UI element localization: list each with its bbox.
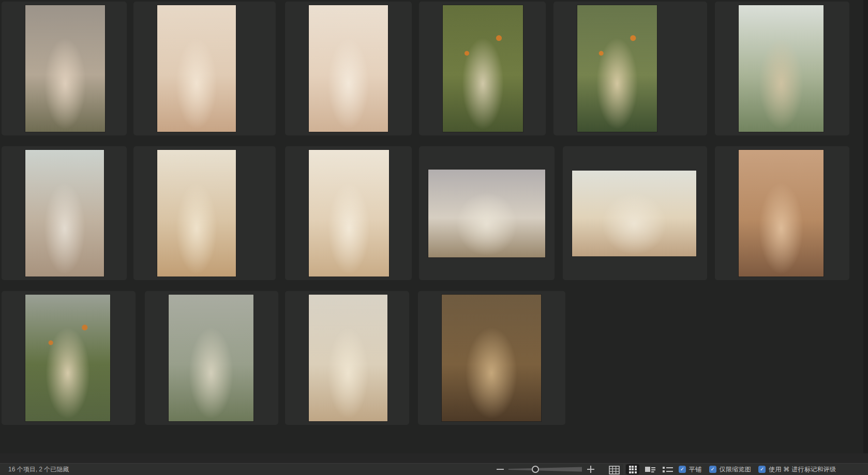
thumbnail-zoom-controls <box>497 464 594 475</box>
photo-cell[interactable] <box>563 146 707 280</box>
item-count-text: 16 个项目, 2 个已隐藏 <box>8 464 69 475</box>
checkbox-3[interactable]: ✓ <box>758 466 766 473</box>
photo-thumbnail[interactable] <box>577 5 657 132</box>
slider-knob[interactable] <box>532 466 539 473</box>
option-checkbox-group: ✓仅限缩览图 <box>709 465 752 474</box>
view-mode-gallery-button[interactable] <box>643 464 657 474</box>
option-checkbox-group: ✓使用 ⌘ 进行标记和评级 <box>758 465 836 474</box>
photo-cell[interactable] <box>553 2 707 135</box>
gallery-view-icon <box>645 465 656 473</box>
photo-cell[interactable] <box>285 2 412 135</box>
view-mode-buttons <box>626 464 675 475</box>
zoom-out-icon[interactable] <box>497 469 504 470</box>
checkbox-1[interactable]: ✓ <box>679 466 686 473</box>
photo-cell[interactable] <box>715 2 849 135</box>
zoom-in-icon[interactable] <box>587 466 594 473</box>
photo-cell[interactable] <box>2 2 127 135</box>
checkbox-label: 使用 ⌘ 进行标记和评级 <box>769 465 836 474</box>
photo-cell[interactable] <box>133 146 276 280</box>
photo-cell[interactable] <box>133 2 276 135</box>
photo-thumbnail[interactable] <box>309 5 388 132</box>
photo-cell[interactable] <box>285 146 412 280</box>
photo-thumbnail[interactable] <box>309 295 387 421</box>
photo-cell[interactable] <box>2 291 136 425</box>
photo-thumbnail[interactable] <box>739 150 824 277</box>
slider-track[interactable] <box>508 465 582 474</box>
photo-thumbnail[interactable] <box>443 5 523 132</box>
grid-outline-icon <box>609 466 620 474</box>
grid-view-icon <box>629 466 637 473</box>
checkbox-label: 平铺 <box>689 465 702 474</box>
photo-thumbnail[interactable] <box>442 295 541 421</box>
photo-thumbnail[interactable] <box>25 150 104 277</box>
statusbar-top-band <box>0 453 868 463</box>
photo-cell[interactable] <box>419 2 546 135</box>
scroll-gutter <box>863 0 868 453</box>
grid-overview-button[interactable] <box>608 464 620 475</box>
photo-thumbnail[interactable] <box>169 295 253 421</box>
option-checkbox-group: ✓平铺 <box>679 465 702 474</box>
thumbnail-grid <box>0 0 868 453</box>
photo-cell[interactable] <box>418 291 565 425</box>
list-view-icon <box>662 465 674 473</box>
photo-cell[interactable] <box>145 291 278 425</box>
photo-cell[interactable] <box>419 146 555 280</box>
photo-thumbnail[interactable] <box>572 171 696 256</box>
photo-thumbnail[interactable] <box>25 5 105 132</box>
photo-thumbnail[interactable] <box>157 5 236 132</box>
view-mode-list-button[interactable] <box>661 464 675 474</box>
toolbar-separator <box>624 464 624 474</box>
statusbar-options: ✓平铺✓仅限缩览图✓使用 ⌘ 进行标记和评级 <box>679 464 836 475</box>
photo-thumbnail[interactable] <box>25 295 110 421</box>
photo-thumbnail[interactable] <box>309 150 389 277</box>
thumbnail-size-slider[interactable] <box>508 465 582 474</box>
checkbox-label: 仅限缩览图 <box>720 465 752 474</box>
photo-cell[interactable] <box>715 146 849 280</box>
photo-thumbnail[interactable] <box>157 150 236 277</box>
photo-cell[interactable] <box>285 291 409 425</box>
photo-cell[interactable] <box>2 146 127 280</box>
photo-thumbnail[interactable] <box>739 5 824 132</box>
photo-thumbnail[interactable] <box>428 170 545 257</box>
status-bar: 16 个项目, 2 个已隐藏 <box>0 463 868 475</box>
view-mode-grid-button[interactable] <box>626 464 639 474</box>
checkbox-2[interactable]: ✓ <box>709 466 716 473</box>
